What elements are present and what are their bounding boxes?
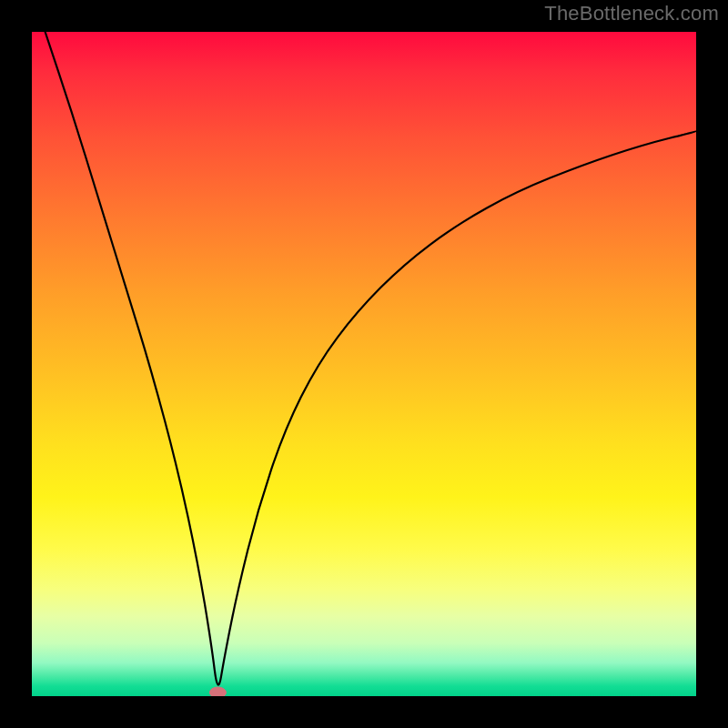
watermark-text: TheBottleneck.com: [544, 2, 719, 25]
plot-area: [32, 32, 696, 696]
chart-svg: [32, 32, 696, 696]
min-marker: [209, 687, 226, 696]
chart-frame: TheBottleneck.com: [0, 0, 728, 728]
bottleneck-curve: [46, 32, 696, 684]
